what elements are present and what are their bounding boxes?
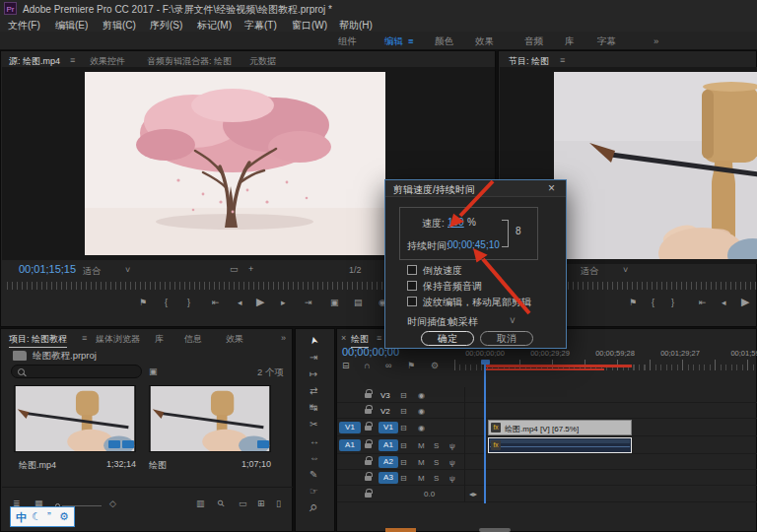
find-icon[interactable]: ⚲ [215, 498, 227, 509]
play-icon[interactable]: ▶ [741, 296, 749, 308]
selection-tool[interactable]: ➤ [308, 335, 320, 346]
clip-name[interactable]: 绘图.mp4 [19, 459, 56, 472]
keyframe-nav-icon[interactable]: ◂▸ [469, 490, 477, 499]
go-to-out-icon[interactable]: ⇥ [305, 298, 312, 307]
workspace-tab-titles[interactable]: 字幕 [597, 35, 616, 48]
slip-tool[interactable]: ↔ [310, 435, 319, 446]
panel-menu-icon[interactable]: ≡ [70, 55, 75, 65]
tab-libraries[interactable]: 库 [155, 333, 164, 346]
add-marker-icon[interactable]: ⚑ [407, 361, 415, 370]
close-icon[interactable]: × [341, 333, 346, 343]
source-zoom-select[interactable]: 适合 [83, 265, 101, 278]
lock-icon[interactable] [365, 389, 372, 398]
lock-icon[interactable] [365, 472, 372, 481]
ripple-edit-checkbox[interactable] [407, 297, 417, 306]
ime-mode-moon-icon[interactable]: ☾ [32, 510, 41, 523]
menu-sequence[interactable]: 序列(S) [150, 19, 182, 33]
search-box[interactable] [11, 365, 142, 378]
lock-icon[interactable] [365, 456, 372, 465]
button-editor-icon[interactable]: + [248, 264, 253, 274]
workspace-tab-audio[interactable]: 音频 [524, 35, 543, 48]
linked-selection-icon[interactable]: ∞ [385, 361, 391, 370]
tab-info[interactable]: 信息 [184, 333, 202, 346]
panel-menu-icon[interactable]: ≡ [560, 55, 565, 65]
step-forward-icon[interactable]: ▸ [281, 298, 286, 307]
new-bin-icon[interactable]: ▭ [239, 499, 247, 508]
panel-overflow-icon[interactable]: » [281, 333, 286, 343]
razor-tool[interactable]: ✂ [310, 419, 317, 430]
sync-lock-icon[interactable]: ⊟ [400, 458, 407, 467]
new-item-icon[interactable]: ⊞ [257, 499, 265, 508]
source-video-frame[interactable] [85, 72, 385, 255]
solo-icon[interactable]: S [434, 458, 439, 467]
lock-icon[interactable] [365, 405, 372, 414]
rolling-edit-tool[interactable]: ⇄ [310, 385, 317, 396]
work-area-handle[interactable] [385, 528, 416, 532]
settings-menu-icon[interactable]: ▭ [230, 264, 239, 274]
tab-project[interactable]: 项目: 绘图教程 [9, 333, 67, 348]
filter-bin-icon[interactable]: ▣ [149, 366, 158, 376]
mark-in-icon[interactable]: { [165, 298, 168, 307]
source-timecode[interactable]: 00;01;15;15 [19, 263, 76, 275]
header-content-divider[interactable] [464, 387, 465, 502]
shuttle-icon[interactable]: ◇ [109, 499, 116, 508]
master-gain[interactable]: 0.0 [424, 490, 435, 499]
workspace-overflow-icon[interactable]: » [654, 35, 658, 46]
track-output-eye-icon[interactable]: ◉ [418, 424, 425, 432]
add-marker-icon[interactable]: ⚑ [139, 298, 147, 307]
sync-lock-icon[interactable]: ⊟ [400, 407, 407, 416]
sync-lock-icon[interactable]: ⊟ [400, 441, 407, 450]
clip-thumbnail[interactable] [149, 385, 271, 452]
source-playback-resolution[interactable]: 1/2 [349, 265, 362, 275]
ripple-edit-tool[interactable]: ↦ [310, 368, 317, 379]
project-breadcrumb[interactable]: 绘图教程.prproj [33, 350, 97, 363]
track-output-eye-icon[interactable]: ◉ [418, 407, 425, 416]
menu-file[interactable]: 文件(F) [8, 19, 40, 33]
track-name[interactable]: V3 [380, 391, 390, 400]
audio-clip[interactable]: fx [488, 437, 632, 453]
source-patch-v1[interactable]: V1 [339, 422, 361, 433]
mark-out-icon[interactable]: } [187, 298, 190, 307]
source-patch-a1[interactable]: A1 [339, 439, 361, 451]
menu-clip[interactable]: 剪辑(C) [103, 19, 136, 33]
menu-title[interactable]: 字幕(T) [244, 19, 277, 33]
go-to-in-icon[interactable]: ⇤ [212, 298, 220, 307]
zoom-tool[interactable]: ⚲ [307, 501, 319, 514]
pen-tool[interactable]: ✎ [310, 469, 317, 480]
track-target-v1[interactable]: V1 [378, 422, 398, 433]
mark-out-icon[interactable]: } [671, 298, 674, 307]
source-ruler[interactable] [7, 282, 383, 290]
tab-effects[interactable]: 效果 [226, 333, 243, 346]
mute-icon[interactable]: M [418, 474, 425, 483]
automate-sequence-icon[interactable]: ▥ [196, 499, 205, 508]
clip-name[interactable]: 绘图 [149, 459, 167, 472]
solo-icon[interactable]: S [434, 441, 439, 450]
slide-tool[interactable]: ⇔ [310, 452, 319, 463]
timeline-settings-icon[interactable]: ⚙ [431, 361, 439, 370]
ime-lang-icon[interactable]: 中 [16, 510, 27, 525]
track-select-forward-tool[interactable]: ⇥ [310, 352, 317, 363]
workspace-tab-libraries[interactable]: 库 [565, 35, 575, 48]
program-video-frame[interactable] [554, 72, 757, 259]
add-marker-icon[interactable]: ⚑ [629, 298, 637, 307]
reverse-speed-checkbox[interactable] [407, 265, 417, 275]
menu-marker[interactable]: 标记(M) [197, 19, 232, 33]
playhead[interactable] [484, 360, 486, 503]
horizontal-scrollbar-thumb[interactable] [479, 528, 511, 532]
delete-icon[interactable]: ▯ [276, 499, 281, 508]
sync-lock-icon[interactable]: ⊟ [400, 391, 407, 400]
rate-stretch-tool[interactable]: ↹ [310, 402, 317, 413]
panel-menu-icon[interactable]: ≡ [82, 333, 87, 343]
menu-help[interactable]: 帮助(H) [339, 19, 373, 33]
track-output-eye-icon[interactable]: ◉ [418, 391, 425, 400]
lock-icon[interactable] [365, 489, 372, 498]
track-target-a1[interactable]: A1 [378, 439, 398, 451]
chevron-down-icon[interactable]: ˅ [125, 265, 130, 275]
panel-menu-icon[interactable]: ≡ [377, 333, 381, 343]
snap-icon[interactable]: ∩ [364, 361, 370, 370]
nest-insert-icon[interactable]: ⊟ [342, 361, 350, 370]
chevron-down-icon[interactable]: ˅ [510, 315, 516, 326]
step-back-icon[interactable]: ◂ [722, 298, 726, 307]
menu-window[interactable]: 窗口(W) [292, 19, 327, 33]
ime-settings-icon[interactable]: ⚙ [59, 510, 69, 523]
